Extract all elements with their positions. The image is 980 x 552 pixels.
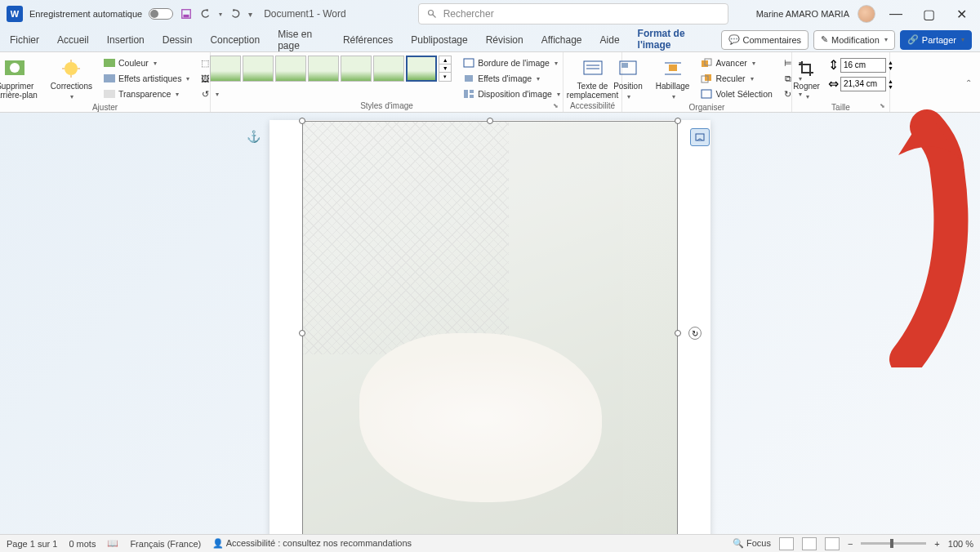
- close-button[interactable]: ✕: [949, 6, 973, 22]
- width-input[interactable]: 21,34 cm: [840, 77, 886, 91]
- style-thumb[interactable]: [275, 56, 306, 82]
- save-icon[interactable]: [180, 7, 193, 20]
- search-icon: [427, 9, 437, 19]
- zoom-out[interactable]: −: [848, 539, 853, 549]
- maximize-button[interactable]: ▢: [916, 6, 941, 22]
- language-indicator[interactable]: Français (France): [130, 539, 201, 549]
- autosave-toggle[interactable]: [149, 8, 173, 20]
- svg-rect-13: [104, 90, 115, 98]
- resize-handle[interactable]: [675, 118, 681, 124]
- svg-rect-24: [669, 65, 677, 71]
- style-thumb[interactable]: [243, 56, 274, 82]
- tab-revision[interactable]: Révision: [484, 31, 525, 49]
- crop-button[interactable]: Rogner▾: [788, 56, 825, 103]
- picture-layout-button[interactable]: Disposition d'image▾: [460, 87, 564, 101]
- picture-styles-gallery[interactable]: ▲▼▾: [210, 56, 452, 82]
- svg-rect-31: [702, 90, 711, 98]
- autosave-label: Enregistrement automatique: [29, 9, 142, 19]
- tab-publipostage[interactable]: Publipostage: [409, 31, 469, 49]
- page-indicator[interactable]: Page 1 sur 1: [7, 539, 57, 549]
- tab-mise-en-page[interactable]: Mise en page: [276, 25, 327, 55]
- tab-insertion[interactable]: Insertion: [105, 31, 146, 49]
- send-backward-button[interactable]: Reculer▾: [697, 71, 775, 86]
- styles-launcher[interactable]: ⬊: [553, 102, 561, 110]
- resize-handle[interactable]: [299, 330, 305, 336]
- comments-button[interactable]: 💬Commentaires: [721, 30, 809, 50]
- color-button[interactable]: Couleur▾: [100, 56, 193, 70]
- resize-handle[interactable]: [487, 118, 493, 124]
- app-icon: W: [7, 6, 23, 22]
- search-input[interactable]: Rechercher: [418, 3, 728, 24]
- style-thumb[interactable]: [210, 56, 241, 82]
- svg-rect-18: [470, 95, 474, 98]
- position-button[interactable]: Position▾: [608, 56, 648, 103]
- tab-format-image[interactable]: Format de l'image: [636, 24, 706, 56]
- editing-mode-button[interactable]: ✎Modification▾: [813, 30, 895, 50]
- svg-rect-32: [696, 134, 704, 140]
- spellcheck-icon[interactable]: 📖: [107, 538, 118, 549]
- picture-effects-button[interactable]: Effets d'image▾: [460, 71, 564, 86]
- taille-launcher[interactable]: ⬊: [880, 102, 888, 110]
- status-bar: Page 1 sur 1 0 mots 📖 Français (France) …: [0, 534, 980, 552]
- wrap-text-button[interactable]: Habillage▾: [651, 56, 695, 103]
- resize-handle[interactable]: [675, 330, 681, 336]
- style-thumb[interactable]: [373, 56, 404, 82]
- zoom-in[interactable]: +: [934, 539, 939, 549]
- svg-point-2: [428, 11, 433, 16]
- resize-handle[interactable]: [299, 118, 305, 124]
- undo-drop[interactable]: ▾: [219, 11, 222, 18]
- selection-pane-button[interactable]: Volet Sélection: [697, 87, 775, 101]
- svg-rect-19: [584, 61, 602, 74]
- word-count[interactable]: 0 mots: [69, 539, 96, 549]
- avatar[interactable]: [858, 5, 875, 23]
- image-content: [303, 122, 677, 534]
- tab-fichier[interactable]: Fichier: [8, 31, 41, 49]
- minimize-button[interactable]: —: [884, 6, 908, 22]
- tab-dessin[interactable]: Dessin: [161, 31, 194, 49]
- anchor-icon: ⚓: [247, 130, 261, 143]
- search-placeholder: Rechercher: [443, 8, 494, 20]
- group-label-styles: Styles d'image: [360, 101, 413, 112]
- style-thumb[interactable]: [308, 56, 339, 82]
- rotate-handle[interactable]: ↻: [688, 327, 702, 340]
- focus-mode[interactable]: 🔍 Focus: [733, 538, 771, 549]
- svg-rect-12: [104, 74, 115, 82]
- document-canvas[interactable]: ⚓ ↻: [0, 114, 980, 534]
- undo-icon[interactable]: [199, 7, 212, 20]
- ribbon-tabs: Fichier Accueil Insertion Dessin Concept…: [0, 28, 980, 52]
- page: ⚓ ↻: [270, 120, 710, 534]
- svg-rect-11: [104, 59, 115, 67]
- height-input[interactable]: 16 cm: [840, 58, 886, 73]
- group-label-organiser: Organiser: [689, 103, 725, 114]
- transparency-button[interactable]: Transparence▾: [100, 87, 193, 101]
- view-read-button[interactable]: [779, 537, 794, 550]
- tab-aide[interactable]: Aide: [599, 31, 621, 49]
- collapse-ribbon-button[interactable]: ⌃: [965, 78, 972, 87]
- tab-accueil[interactable]: Accueil: [56, 31, 91, 49]
- selected-image[interactable]: ↻: [302, 121, 678, 534]
- bring-forward-button[interactable]: Avancer▾: [697, 56, 775, 70]
- accessibility-check[interactable]: 👤 Accessibilité : consultez nos recomman…: [212, 538, 412, 549]
- tab-references[interactable]: Références: [341, 31, 394, 49]
- zoom-slider[interactable]: [861, 542, 926, 545]
- style-thumb[interactable]: [341, 56, 372, 82]
- picture-border-button[interactable]: Bordure de l'image▾: [460, 56, 564, 70]
- document-title: Document1 - Word: [264, 8, 345, 20]
- redo-icon[interactable]: [229, 7, 242, 20]
- style-thumb[interactable]: [406, 56, 437, 82]
- view-web-button[interactable]: [825, 537, 840, 550]
- remove-background-button[interactable]: Supprimer l'arrière-plan: [0, 56, 42, 101]
- svg-point-5: [10, 63, 20, 73]
- tab-conception[interactable]: Conception: [208, 31, 261, 49]
- gallery-scroll[interactable]: ▲▼▾: [439, 56, 452, 82]
- svg-rect-14: [464, 59, 474, 67]
- tab-affichage[interactable]: Affichage: [540, 31, 584, 49]
- zoom-level[interactable]: 100 %: [948, 539, 973, 549]
- layout-options-button[interactable]: [690, 128, 710, 146]
- svg-rect-16: [464, 90, 468, 98]
- corrections-button[interactable]: Corrections▾: [46, 56, 97, 103]
- view-print-button[interactable]: [802, 537, 817, 550]
- qat-more[interactable]: ▾: [248, 10, 252, 19]
- artistic-effects-button[interactable]: Effets artistiques▾: [100, 71, 193, 86]
- share-button[interactable]: 🔗Partager▾: [900, 30, 972, 50]
